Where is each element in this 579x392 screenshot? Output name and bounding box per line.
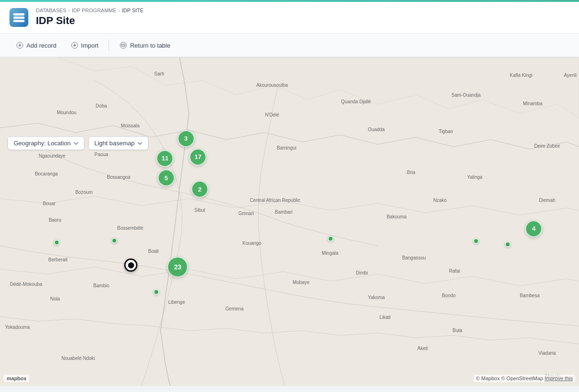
return-to-table-label: Return to table [130, 42, 170, 49]
breadcrumb-current: IDP SITE [122, 8, 144, 13]
toolbar: Add record Import Return to table [0, 34, 579, 57]
cluster-marker[interactable]: 3 [178, 130, 195, 147]
breadcrumb-sep2: › [119, 8, 120, 13]
breadcrumb-sep1: › [68, 8, 70, 13]
cluster-marker[interactable]: 23 [167, 257, 188, 277]
return-to-table-icon [119, 42, 127, 49]
breadcrumb: DATABASES › IDP PROGRAMME › IDP SITE [36, 8, 144, 13]
svg-point-4 [120, 42, 127, 49]
header-text: DATABASES › IDP PROGRAMME › IDP SITE IDP… [36, 8, 144, 27]
cluster-marker[interactable]: 5 [158, 169, 175, 186]
import-label: Import [81, 42, 99, 49]
single-marker[interactable] [328, 236, 333, 242]
single-marker[interactable] [111, 238, 117, 243]
breadcrumb-databases[interactable]: DATABASES [36, 8, 66, 13]
basemap-select[interactable]: Light basemap [88, 136, 148, 150]
toolbar-divider [109, 40, 109, 51]
single-marker[interactable] [153, 289, 159, 295]
geography-label: Geography: Location [14, 140, 71, 147]
cluster-marker[interactable]: 11 [156, 150, 173, 167]
add-record-label: Add record [26, 42, 57, 49]
add-record-button[interactable]: Add record [9, 39, 63, 52]
basemap-label: Light basemap [94, 140, 135, 147]
map-background [0, 57, 579, 386]
single-marker[interactable] [54, 240, 60, 245]
geography-chevron-icon [74, 142, 78, 145]
svg-rect-5 [122, 44, 125, 47]
single-marker[interactable] [473, 238, 479, 244]
geography-select[interactable]: Geography: Location [8, 136, 85, 150]
special-marker[interactable] [124, 259, 137, 272]
header: DATABASES › IDP PROGRAMME › IDP SITE IDP… [0, 2, 579, 34]
page-title: IDP Site [36, 15, 144, 27]
database-icon [9, 8, 28, 27]
db-icon-mid-bar [13, 17, 25, 19]
db-icon-graphic [13, 13, 25, 22]
cluster-marker[interactable]: 17 [189, 149, 206, 166]
add-record-icon [16, 42, 24, 49]
import-icon [71, 42, 78, 49]
breadcrumb-programme[interactable]: IDP PROGRAMME [72, 8, 117, 13]
basemap-chevron-icon [137, 142, 142, 145]
cluster-marker[interactable]: 2 [191, 181, 208, 198]
return-to-table-button[interactable]: Return to table [113, 39, 177, 52]
cluster-marker[interactable]: 4 [525, 220, 542, 237]
map-container: SarhAkourousoulbaMoundouDobaMoissalaN'Dé… [0, 57, 579, 386]
import-button[interactable]: Import [64, 39, 105, 52]
single-marker[interactable] [505, 242, 511, 247]
copyright-text: © Mapbox © OpenStreetMap [476, 375, 543, 381]
map-controls: Geography: Location Light basemap [8, 136, 148, 150]
mapbox-logo: mapbox [4, 375, 29, 382]
map-attribution: © Mapbox © OpenStreetMap Improve this [474, 375, 575, 382]
improve-link[interactable]: Improve this [545, 375, 573, 381]
